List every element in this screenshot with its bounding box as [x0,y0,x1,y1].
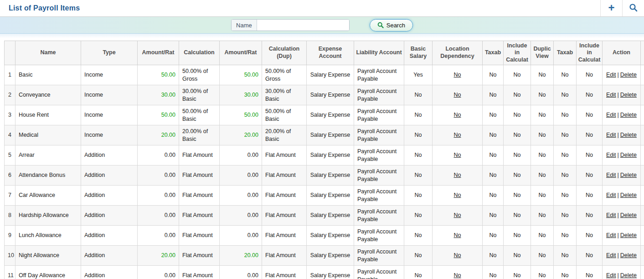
cell-action: Edit|Delete [603,246,641,266]
edit-link[interactable]: Edit [606,72,616,78]
toggle-search-button[interactable] [622,0,644,16]
table-row: 7Car AllowanceAddition0.00Flat Amount0.0… [5,186,644,206]
location-dependency-link[interactable]: No [454,192,461,198]
cell-include_in_calculation: No [504,226,531,246]
delete-link[interactable]: Delete [620,192,637,198]
cell-include_in_calculation: No [504,246,531,266]
table-row: 5ArrearAddition0.00Flat Amount0.00Flat A… [5,145,644,165]
delete-link[interactable]: Delete [620,252,637,258]
action-separator: | [616,152,620,158]
col-header-name: Name [15,41,81,65]
cell-calculation_dup: Flat Amount [262,186,307,206]
cell-type: Income [81,85,138,105]
cell-location_dependency: No [433,85,483,105]
edit-link[interactable]: Edit [606,272,616,279]
cell-duplicate_view: No [531,206,554,226]
delete-link[interactable]: Delete [620,172,637,178]
name-input[interactable] [257,20,349,31]
cell-basic_salary: No [404,186,433,206]
col-header-calculation: Calculation [179,41,220,65]
cell-expense_account: Salary Expense [307,165,354,186]
cell-type: Addition [81,186,138,206]
cell-amount_dup: 0.00 [220,266,262,279]
cell-duplicate_view: No [531,186,554,206]
title-bar-actions: + [600,0,644,16]
cell-calculation_dup: Flat Amount [262,246,307,266]
cell-duplicate_view: No [531,266,554,279]
col-header-amount: Amount/Rat [138,41,179,65]
cell-num: 6 [5,165,15,186]
cell-include_in_calculation_dup: No [577,226,603,246]
cell-amount: 20.00 [138,246,179,266]
delete-link[interactable]: Delete [620,272,637,279]
table-row: 9Lunch AllowanceAddition0.00Flat Amount0… [5,226,644,246]
cell-taxable_dup: No [554,266,577,279]
location-dependency-link[interactable]: No [454,72,461,78]
location-dependency-link[interactable]: No [454,132,461,138]
action-separator: | [616,132,620,138]
edit-link[interactable]: Edit [606,232,616,238]
cell-location_dependency: No [433,165,483,186]
cell-amount_dup: 0.00 [220,186,262,206]
col-header-type: Type [81,41,138,65]
search-button[interactable]: Search [370,19,413,31]
cell-liability_account: Payroll Account Payable [354,105,404,125]
edit-link[interactable]: Edit [606,92,616,98]
cell-overflow [641,186,644,206]
location-dependency-link[interactable]: No [454,232,461,238]
search-button-magnifier-icon [377,22,384,28]
delete-link[interactable]: Delete [620,112,637,118]
location-dependency-link[interactable]: No [454,172,461,178]
cell-amount: 20.00 [138,125,179,145]
cell-calculation: Flat Amount [179,165,220,186]
cell-calculation: Flat Amount [179,186,220,206]
delete-link[interactable]: Delete [620,92,637,98]
cell-calculation: 50.00% of Gross [179,65,220,85]
add-button[interactable]: + [600,0,622,16]
cell-taxable: No [483,266,504,279]
edit-link[interactable]: Edit [606,172,616,178]
cell-overflow [641,105,644,125]
edit-link[interactable]: Edit [606,112,616,118]
delete-link[interactable]: Delete [620,132,637,138]
cell-duplicate_view: No [531,165,554,186]
cell-action: Edit|Delete [603,125,641,145]
location-dependency-link[interactable]: No [454,252,461,258]
delete-link[interactable]: Delete [620,212,637,218]
delete-link[interactable]: Delete [620,152,637,158]
delete-link[interactable]: Delete [620,72,637,78]
cell-amount_dup: 20.00 [220,125,262,145]
cell-amount: 0.00 [138,145,179,165]
cell-calculation_dup: Flat Amount [262,206,307,226]
edit-link[interactable]: Edit [606,152,616,158]
table-row: 4MedicalIncome20.0020.00% of Basic20.002… [5,125,644,145]
cell-name: Basic [15,65,81,85]
location-dependency-link[interactable]: No [454,272,461,279]
cell-basic_salary: No [404,145,433,165]
cell-action: Edit|Delete [603,226,641,246]
cell-overflow [641,145,644,165]
location-dependency-link[interactable]: No [454,212,461,218]
delete-link[interactable]: Delete [620,232,637,238]
name-input-group: Name [231,19,350,31]
magnifier-icon [629,3,638,14]
edit-link[interactable]: Edit [606,132,616,138]
cell-calculation_dup: Flat Amount [262,226,307,246]
action-separator: | [616,72,620,78]
edit-link[interactable]: Edit [606,212,616,218]
location-dependency-link[interactable]: No [454,92,461,98]
cell-overflow [641,85,644,105]
edit-link[interactable]: Edit [606,252,616,258]
cell-amount_dup: 20.00 [220,246,262,266]
cell-liability_account: Payroll Account Payable [354,145,404,165]
location-dependency-link[interactable]: No [454,112,461,118]
edit-link[interactable]: Edit [606,192,616,198]
cell-duplicate_view: No [531,145,554,165]
cell-liability_account: Payroll Account Payable [354,125,404,145]
cell-duplicate_view: No [531,85,554,105]
col-header-include_in_calculation: Include in Calculat [504,41,531,65]
location-dependency-link[interactable]: No [454,152,461,158]
cell-include_in_calculation_dup: No [577,266,603,279]
cell-amount: 30.00 [138,85,179,105]
action-separator: | [616,252,620,258]
